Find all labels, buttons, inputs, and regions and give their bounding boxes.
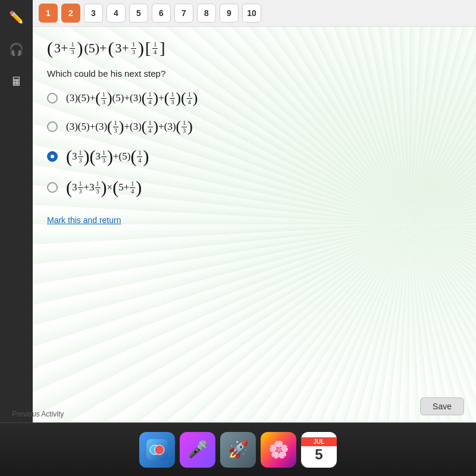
tab-4[interactable]: 4 <box>107 4 126 23</box>
tab-9[interactable]: 9 <box>220 4 239 23</box>
tab-3[interactable]: 3 <box>84 4 103 23</box>
tab-2[interactable]: 2 <box>61 4 80 23</box>
tab-7[interactable]: 7 <box>174 4 193 23</box>
radio-b[interactable] <box>47 121 58 132</box>
expr-a: (3)(5)+ ( 13 ) (5)+(3) ( 14 ) + ( 13 ) (… <box>66 90 198 106</box>
tab-5[interactable]: 5 <box>129 4 148 23</box>
radio-d[interactable] <box>47 182 58 193</box>
radio-a[interactable] <box>47 93 58 104</box>
quiz-container: ✏️ 🎧 🖩 1 2 3 4 5 6 7 8 9 10 ( 3+ 13 ) (5… <box>0 0 476 422</box>
tab-8[interactable]: 8 <box>197 4 216 23</box>
save-button[interactable]: Save <box>420 397 464 415</box>
option-c[interactable]: ( 3 13 ) ( 3 13 ) +(5) ( 14 ) <box>47 148 462 165</box>
calendar-month: JUL <box>301 437 337 446</box>
question-tabs: 1 2 3 4 5 6 7 8 9 10 <box>33 0 476 27</box>
headphone-icon[interactable]: 🎧 <box>5 38 28 61</box>
question-text: Which could be his next step? <box>47 68 462 79</box>
main-expression: ( 3+ 13 ) (5)+ ( 3+ 13 ) [ 14 ] <box>47 39 462 58</box>
dock-siri[interactable]: 🎤 <box>180 432 215 468</box>
option-a[interactable]: (3)(5)+ ( 13 ) (5)+(3) ( 14 ) + ( 13 ) (… <box>47 90 462 106</box>
dock-photos[interactable]: 🌸 <box>261 432 296 468</box>
dock-calendar[interactable]: JUL 5 <box>301 432 337 468</box>
calendar-day: 5 <box>315 447 322 462</box>
calculator-icon[interactable]: 🖩 <box>5 70 28 93</box>
expr-b: (3)(5)+(3) ( 13 ) +(3) ( 14 ) +(3) ( 13 … <box>66 119 193 134</box>
option-d[interactable]: ( 3 13 +3 13 ) × ( 5+ 14 ) <box>47 178 462 196</box>
dock-rocket[interactable]: 🚀 <box>220 432 256 468</box>
save-area: Save <box>420 397 464 415</box>
expr-c: ( 3 13 ) ( 3 13 ) +(5) ( 14 ) <box>66 148 149 165</box>
svg-point-2 <box>155 445 164 455</box>
main-content: ( 3+ 13 ) (5)+ ( 3+ 13 ) [ 14 ] Which co… <box>33 27 476 422</box>
tab-10[interactable]: 10 <box>242 4 261 23</box>
radio-c[interactable] <box>47 151 58 162</box>
option-b[interactable]: (3)(5)+(3) ( 13 ) +(3) ( 14 ) +(3) ( 13 … <box>47 119 462 134</box>
mark-return-link[interactable]: Mark this and return <box>47 215 121 225</box>
pencil-icon[interactable]: ✏️ <box>5 6 28 29</box>
tab-1[interactable]: 1 <box>39 4 58 23</box>
tab-6[interactable]: 6 <box>152 4 171 23</box>
dock: 🎤 🚀 🌸 JUL 5 <box>0 422 476 476</box>
dock-finder[interactable] <box>139 432 175 468</box>
prev-activity-label: Previous Activity <box>12 410 64 418</box>
expr-d: ( 3 13 +3 13 ) × ( 5+ 14 ) <box>66 178 142 196</box>
sidebar: ✏️ 🎧 🖩 <box>0 0 33 422</box>
